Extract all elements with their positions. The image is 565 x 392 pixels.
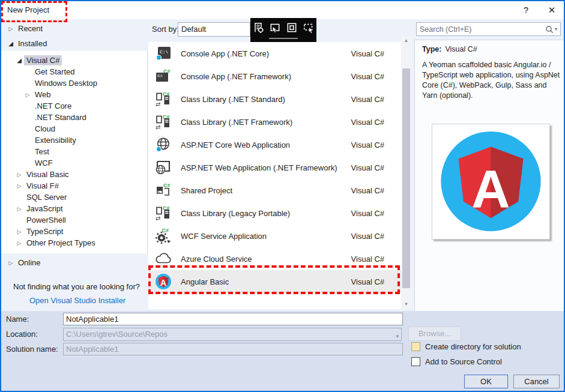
solution-name-input[interactable] xyxy=(63,343,403,355)
region-select-icon[interactable] xyxy=(269,22,281,34)
dialog-body: ▷Recent◢Installed ◢Visual C#Get StartedW… xyxy=(1,19,564,311)
expand-icon[interactable]: ▷ xyxy=(14,172,24,178)
template-info-panel: Type:Visual C# A Yeoman scaffolded basic… xyxy=(414,40,564,311)
template-item-class-library-legacy-portable[interactable]: C#⇄Class Library (Legacy Portable)Visual… xyxy=(148,202,401,225)
expand-icon[interactable]: ▷ xyxy=(14,183,24,189)
collapse-icon[interactable]: ◢ xyxy=(6,40,16,47)
scrollbar-thumb[interactable] xyxy=(402,68,410,288)
category-sidebar: ▷Recent◢Installed ◢Visual C#Get StartedW… xyxy=(1,19,148,311)
search-input[interactable] xyxy=(417,25,545,34)
sidebar-item-label: Visual C# xyxy=(24,55,62,65)
sidebar-item-other-project-types[interactable]: ▷Other Project Types xyxy=(1,237,147,249)
template-item-class-library-net-framework[interactable]: C#⇄Class Library (.NET Framework)Visual … xyxy=(148,110,401,133)
freeform-select-icon[interactable] xyxy=(303,22,315,34)
svg-text:⇄: ⇄ xyxy=(156,124,160,130)
expand-icon[interactable]: ▷ xyxy=(23,92,32,98)
template-type-row: Type:Visual C# xyxy=(422,45,477,53)
template-item-azure-cloud-service[interactable]: Azure Cloud ServiceVisual C# xyxy=(148,247,401,270)
expand-icon[interactable]: ▷ xyxy=(14,229,24,235)
expand-icon[interactable]: ▷ xyxy=(14,240,24,246)
template-target-icon[interactable] xyxy=(252,22,264,34)
ok-button[interactable]: OK xyxy=(464,375,508,388)
sidebar-item-visual-c[interactable]: ◢Visual C# xyxy=(1,55,147,66)
close-icon[interactable]: ✕ xyxy=(544,1,560,19)
sidebar-item-net-core[interactable]: .NET Core xyxy=(1,100,147,112)
sidebar-item-recent[interactable]: ▷Recent xyxy=(1,23,148,34)
template-language: Visual C# xyxy=(351,209,401,218)
search-icon[interactable] xyxy=(545,25,554,34)
template-item-console-app-net-core[interactable]: C:\Console App (.NET Core)Visual C# xyxy=(148,42,401,65)
cancel-button[interactable]: Cancel xyxy=(513,375,560,388)
template-item-shared-project[interactable]: C#Shared ProjectVisual C# xyxy=(148,179,401,202)
sidebar-item-online[interactable]: ▷Online xyxy=(1,257,148,268)
template-item-class-library-net-standard[interactable]: C#⇄Class Library (.NET Standard)Visual C… xyxy=(148,88,401,110)
sidebar-item-installed[interactable]: ◢Installed xyxy=(1,38,148,49)
location-combobox[interactable]: C:\Users\gtrev\Source\Repos ▾ xyxy=(63,328,402,341)
template-item-console-app-net-framework[interactable]: C#C:\Console App (.NET Framework)Visual … xyxy=(148,65,401,88)
template-label: ASP.NET Core Web Application xyxy=(181,140,351,149)
sidebar-item-net-standard[interactable]: .NET Standard xyxy=(1,112,147,123)
sidebar-item-typescript[interactable]: ▷TypeScript xyxy=(1,226,147,237)
sidebar-top-groups: ▷Recent◢Installed xyxy=(1,23,148,53)
sidebar-item-cloud[interactable]: Cloud xyxy=(1,123,147,134)
aspnet-core-icon xyxy=(155,136,172,153)
sidebar-item-sql-server[interactable]: SQL Server xyxy=(1,191,147,203)
sidebar-item-test[interactable]: Test xyxy=(1,146,147,157)
snip-overlay-handle[interactable] xyxy=(269,38,298,39)
sidebar-item-label: Other Project Types xyxy=(24,238,98,248)
template-label: ASP.NET Web Application (.NET Framework) xyxy=(181,163,351,172)
scrollbar-down-icon[interactable]: ▼ xyxy=(401,300,411,309)
sidebar-item-get-started[interactable]: Get Started xyxy=(1,66,147,77)
collapse-icon[interactable]: ◢ xyxy=(14,57,24,64)
template-item-asp-net-web-application-net-framework[interactable]: ASP.NET Web Application (.NET Framework)… xyxy=(148,156,401,179)
svg-text:C#: C# xyxy=(162,228,169,234)
add-source-control-label: Add to Source Control xyxy=(425,357,502,366)
wcf-icon: C# xyxy=(155,228,172,244)
sidebar-item-wcf[interactable]: WCF xyxy=(1,157,147,169)
console-framework-icon: C#C:\ xyxy=(155,68,172,85)
sidebar-item-label: JavaScript xyxy=(24,204,65,214)
search-options-caret-icon[interactable]: ▾ xyxy=(554,26,560,32)
list-scrollbar[interactable]: ▲ ▼ xyxy=(401,36,411,309)
sidebar-item-javascript[interactable]: ▷JavaScript xyxy=(1,203,147,214)
installed-tree: ◢Visual C#Get StartedWindows Desktop▷Web… xyxy=(1,51,148,253)
sort-by-dropdown[interactable]: Default xyxy=(178,22,250,37)
template-language: Visual C# xyxy=(351,186,401,195)
template-item-angular-basic[interactable]: AAngular BasicVisual C# xyxy=(148,270,401,293)
scrollbar-up-icon[interactable]: ▲ xyxy=(401,36,411,46)
window-select-icon[interactable] xyxy=(286,22,298,34)
sidebar-item-windows-desktop[interactable]: Windows Desktop xyxy=(1,77,147,89)
console-core-icon: C:\ xyxy=(155,45,172,62)
browse-button[interactable]: Browse... xyxy=(408,327,461,341)
sidebar-item-visual-basic[interactable]: ▷Visual Basic xyxy=(1,169,147,180)
project-name-input[interactable] xyxy=(63,313,403,325)
sidebar-item-web[interactable]: ▷Web xyxy=(1,89,147,100)
template-item-asp-net-core-web-application[interactable]: ASP.NET Core Web ApplicationVisual C# xyxy=(148,133,401,156)
sidebar-item-extensibility[interactable]: Extensibility xyxy=(1,134,147,146)
create-directory-checkbox[interactable] xyxy=(411,342,420,351)
sidebar-item-label: .NET Standard xyxy=(32,112,89,122)
sidebar-item-label: Test xyxy=(32,146,52,157)
template-item-wcf-service-application[interactable]: C#WCF Service ApplicationVisual C# xyxy=(148,225,401,247)
sidebar-item-label: Get Started xyxy=(32,67,77,77)
type-label: Type: xyxy=(422,45,441,53)
sidebar-item-label: Recent xyxy=(16,23,45,34)
sidebar-item-label: .NET Core xyxy=(32,101,74,111)
angular-icon: A xyxy=(155,273,172,290)
expand-icon[interactable]: ▷ xyxy=(6,26,16,32)
sort-by-label: Sort by: xyxy=(152,22,179,37)
expand-icon[interactable]: ▷ xyxy=(6,260,16,266)
azure-cloud-icon xyxy=(155,250,172,267)
sidebar-item-powershell[interactable]: PowerShell xyxy=(1,214,147,226)
sidebar-item-label: TypeScript xyxy=(24,226,65,237)
sidebar-item-visual-f[interactable]: ▷Visual F# xyxy=(1,180,147,191)
help-icon[interactable]: ? xyxy=(519,1,533,19)
search-box[interactable]: ▾ xyxy=(416,22,561,36)
location-dropdown-caret-icon[interactable]: ▾ xyxy=(396,330,399,342)
sidebar-item-label: Online xyxy=(16,258,43,268)
add-source-control-checkbox[interactable] xyxy=(411,357,420,366)
open-installer-link[interactable]: Open Visual Studio Installer xyxy=(29,296,125,305)
name-label: Name: xyxy=(6,315,29,324)
expand-icon[interactable]: ▷ xyxy=(14,206,24,212)
template-language: Visual C# xyxy=(351,95,401,104)
